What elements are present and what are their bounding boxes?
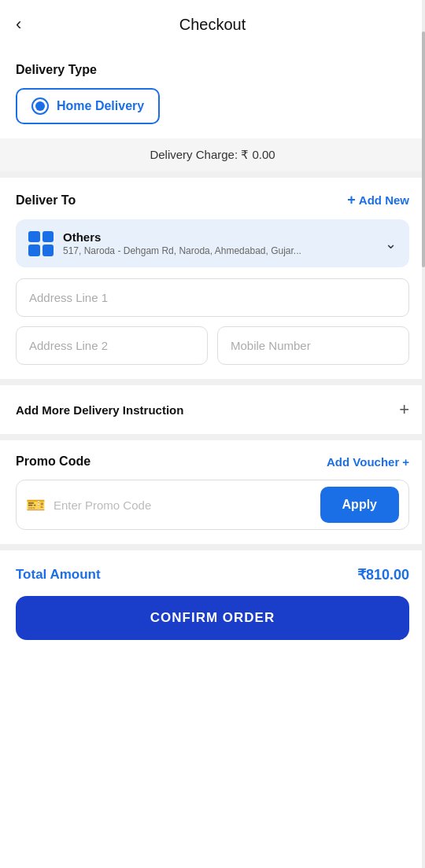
address-line1-input[interactable] (16, 278, 409, 317)
voucher-icon: 🎫 (26, 495, 46, 514)
mobile-number-input[interactable] (217, 326, 409, 365)
total-row: Total Amount ₹810.00 (0, 550, 425, 596)
total-label: Total Amount (16, 567, 101, 583)
add-instruction-button[interactable]: + (399, 399, 409, 420)
promo-code-input[interactable] (54, 498, 312, 512)
promo-input-row: 🎫 Apply (16, 480, 409, 530)
promo-header: Promo Code Add Voucher + (16, 454, 409, 469)
delivery-type-section: Delivery Type Home Delivery (0, 49, 425, 138)
deliver-to-section: Deliver To + Add New Others 517, Naroda … (0, 178, 425, 379)
delivery-instruction-row: Add More Delivery Instruction + (0, 385, 425, 434)
divider-2 (0, 379, 425, 385)
apply-button[interactable]: Apply (320, 487, 399, 523)
promo-label: Promo Code (16, 454, 91, 469)
deliver-to-header: Deliver To + Add New (16, 192, 409, 208)
scrollbar-track (422, 0, 425, 868)
instruction-label: Add More Delivery Instruction (16, 403, 183, 417)
radio-icon (31, 97, 49, 115)
address-type-label: Others (63, 230, 301, 244)
delivery-type-label: Delivery Type (16, 63, 409, 77)
address-detail: 517, Naroda - Dehgam Rd, Naroda, Ahmedab… (63, 245, 301, 256)
header: ‹ Checkout (0, 0, 425, 49)
home-delivery-option[interactable]: Home Delivery (16, 88, 160, 124)
address-card[interactable]: Others 517, Naroda - Dehgam Rd, Naroda, … (16, 219, 409, 267)
home-delivery-label: Home Delivery (57, 99, 144, 113)
address-row-2 (16, 326, 409, 365)
add-voucher-label: Add Voucher (327, 455, 399, 469)
divider-1 (0, 171, 425, 178)
add-voucher-button[interactable]: Add Voucher + (327, 455, 409, 469)
address-line2-input[interactable] (16, 326, 208, 365)
add-new-label: Add New (359, 193, 409, 207)
confirm-order-button[interactable]: CONFIRM ORDER (16, 596, 409, 640)
scrollbar-thumb (422, 31, 425, 267)
radio-inner (35, 101, 45, 111)
add-voucher-icon: + (402, 455, 409, 469)
icon-sq-3 (28, 245, 40, 256)
back-button[interactable]: ‹ (16, 13, 28, 36)
add-new-icon: + (347, 192, 356, 208)
chevron-down-icon: ⌄ (385, 235, 397, 252)
confirm-btn-wrap: CONFIRM ORDER (0, 596, 425, 659)
deliver-to-label: Deliver To (16, 193, 76, 208)
add-new-button[interactable]: + Add New (347, 192, 409, 208)
icon-sq-1 (28, 231, 40, 243)
address-type-icon (28, 231, 54, 256)
address-card-left: Others 517, Naroda - Dehgam Rd, Naroda, … (28, 230, 385, 256)
delivery-charge-bar: Delivery Charge: ₹ 0.00 (0, 138, 425, 171)
divider-3 (0, 434, 425, 440)
address-info: Others 517, Naroda - Dehgam Rd, Naroda, … (63, 230, 301, 256)
total-amount: ₹810.00 (357, 566, 409, 583)
promo-section: Promo Code Add Voucher + 🎫 Apply (0, 440, 425, 544)
delivery-charge-text: Delivery Charge: ₹ 0.00 (150, 148, 275, 161)
icon-sq-4 (42, 245, 54, 256)
icon-sq-2 (42, 231, 54, 243)
page-title: Checkout (179, 16, 246, 34)
divider-4 (0, 544, 425, 550)
